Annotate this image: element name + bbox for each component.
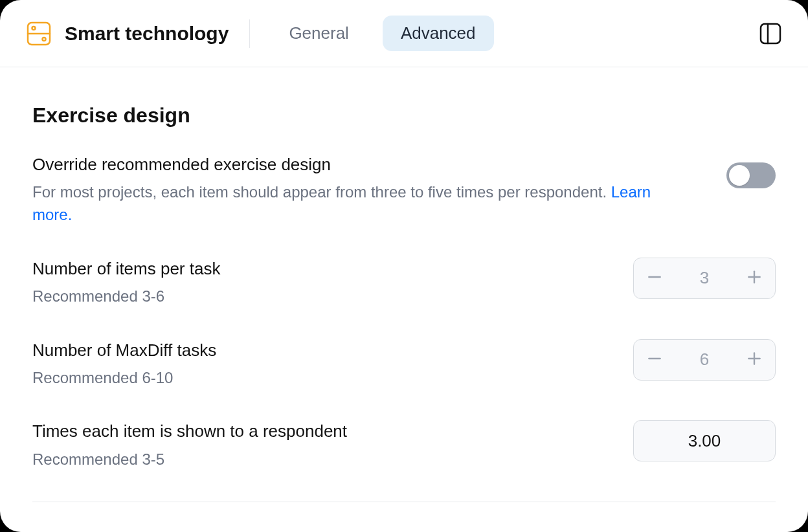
times-shown-title: Times each item is shown to a respondent bbox=[32, 420, 607, 443]
items-per-task-decrement[interactable] bbox=[634, 258, 675, 299]
row-items-per-task: Number of items per task Recommended 3-6… bbox=[32, 258, 776, 308]
items-per-task-increment[interactable] bbox=[734, 258, 775, 299]
header-divider bbox=[249, 19, 250, 48]
maxdiff-tasks-decrement[interactable] bbox=[634, 339, 675, 381]
page-title: Smart technology bbox=[65, 23, 229, 45]
maxdiff-tasks-stepper: 6 bbox=[633, 339, 776, 381]
settings-body: Exercise design Override recommended exe… bbox=[0, 67, 808, 502]
maxdiff-tasks-sub: Recommended 6-10 bbox=[32, 367, 607, 390]
section-heading: Exercise design bbox=[32, 104, 776, 127]
tabs: General Advanced bbox=[271, 16, 493, 51]
override-sub-text: For most projects, each item should appe… bbox=[32, 183, 611, 201]
smart-technology-icon bbox=[26, 21, 52, 47]
plus-icon bbox=[746, 269, 763, 288]
maxdiff-tasks-value: 6 bbox=[675, 349, 734, 370]
maxdiff-tasks-title: Number of MaxDiff tasks bbox=[32, 339, 607, 362]
override-title: Override recommended exercise design bbox=[32, 153, 701, 176]
section-divider bbox=[32, 502, 776, 502]
svg-point-2 bbox=[32, 27, 36, 30]
tab-advanced[interactable]: Advanced bbox=[383, 16, 494, 51]
row-maxdiff-tasks: Number of MaxDiff tasks Recommended 6-10… bbox=[32, 339, 776, 390]
minus-icon bbox=[646, 350, 663, 370]
header: Smart technology General Advanced bbox=[0, 0, 808, 67]
maxdiff-tasks-increment[interactable] bbox=[734, 339, 775, 381]
svg-rect-4 bbox=[761, 24, 780, 43]
toggle-knob bbox=[729, 165, 750, 186]
times-shown-value: 3.00 bbox=[633, 420, 776, 461]
tab-general[interactable]: General bbox=[271, 16, 367, 51]
items-per-task-value: 3 bbox=[675, 268, 734, 288]
plus-icon bbox=[746, 350, 763, 370]
minus-icon bbox=[646, 269, 663, 288]
row-times-shown: Times each item is shown to a respondent… bbox=[32, 420, 776, 471]
items-per-task-sub: Recommended 3-6 bbox=[32, 285, 607, 308]
row-override: Override recommended exercise design For… bbox=[32, 153, 776, 227]
items-per-task-title: Number of items per task bbox=[32, 258, 607, 280]
items-per-task-stepper: 3 bbox=[633, 258, 776, 299]
times-shown-sub: Recommended 3-5 bbox=[32, 449, 607, 471]
settings-card: Smart technology General Advanced Exerci… bbox=[0, 0, 808, 532]
override-toggle[interactable] bbox=[726, 162, 776, 188]
svg-point-3 bbox=[43, 38, 46, 41]
panel-toggle-button[interactable] bbox=[759, 22, 782, 45]
override-sub: For most projects, each item should appe… bbox=[32, 181, 680, 227]
